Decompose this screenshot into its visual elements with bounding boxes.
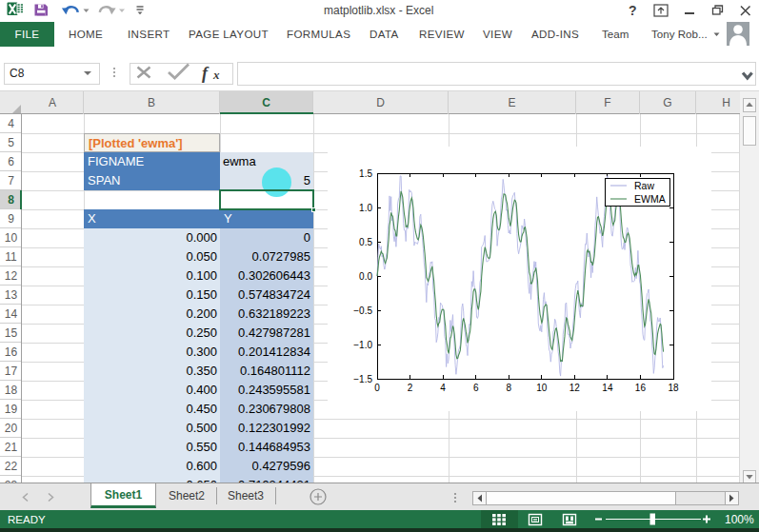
svg-text:−0.5: −0.5	[353, 305, 372, 316]
svg-text:16: 16	[635, 383, 647, 393]
svg-text:EWMA: EWMA	[634, 193, 666, 205]
svg-text:1.5: 1.5	[359, 168, 372, 179]
svg-text:8: 8	[506, 383, 511, 393]
svg-text:0.5: 0.5	[359, 237, 372, 247]
svg-text:12: 12	[569, 383, 581, 393]
svg-text:0: 0	[374, 383, 380, 393]
svg-text:100%: 100%	[725, 513, 754, 526]
svg-text:?: ?	[629, 3, 637, 18]
svg-text:2: 2	[408, 383, 413, 393]
svg-text:x: x	[212, 68, 220, 82]
svg-text:18: 18	[668, 383, 679, 393]
svg-text:1.0: 1.0	[359, 203, 372, 213]
svg-text:−1.0: −1.0	[353, 340, 372, 350]
svg-text:14: 14	[602, 383, 613, 393]
svg-text:f: f	[202, 64, 210, 83]
svg-text:4: 4	[440, 383, 446, 393]
svg-text:Raw: Raw	[634, 180, 654, 191]
svg-text:0.0: 0.0	[359, 271, 372, 282]
svg-text:−1.5: −1.5	[353, 374, 372, 384]
svg-text:6: 6	[473, 383, 479, 393]
svg-text:10: 10	[536, 383, 548, 393]
